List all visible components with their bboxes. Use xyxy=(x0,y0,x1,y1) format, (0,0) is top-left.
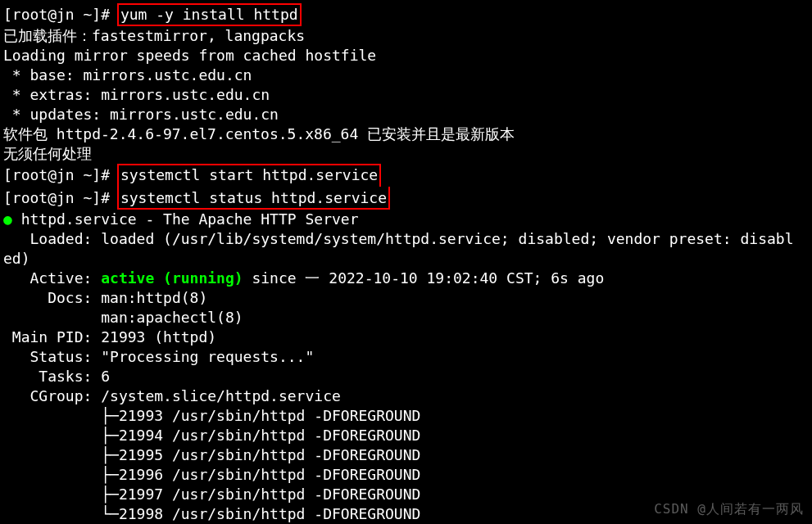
active-label: Active: xyxy=(3,269,101,287)
watermark: CSDN @人间若有一两风 xyxy=(654,499,804,519)
terminal-output: [root@jn ~]# yum -y install httpd 已加载插件：… xyxy=(0,0,812,524)
output-line: * updates: mirrors.ustc.edu.cn xyxy=(3,106,279,123)
service-title: httpd.service - The Apache HTTP Server xyxy=(12,210,359,228)
status-mainpid: Main PID: 21993 (httpd) xyxy=(3,328,216,346)
output-line: 无须任何处理 xyxy=(3,145,92,162)
cmd-systemctl-start: systemctl start httpd.service xyxy=(117,164,381,187)
cmd-yum-install: yum -y install httpd xyxy=(117,3,302,26)
prompt: [root@jn ~]# xyxy=(3,189,119,206)
output-line: 软件包 httpd-2.4.6-97.el7.centos.5.x86_64 已… xyxy=(3,125,515,142)
proc-line: ├─21997 /usr/sbin/httpd -DFOREGROUND xyxy=(3,486,420,503)
output-line: Loading mirror speeds from cached hostfi… xyxy=(3,47,376,64)
status-docs: man:apachectl(8) xyxy=(3,309,243,326)
bullet-icon: ● xyxy=(3,210,12,228)
status-docs: Docs: man:httpd(8) xyxy=(3,289,207,306)
proc-line: ├─21995 /usr/sbin/httpd -DFOREGROUND xyxy=(3,446,420,463)
status-tasks: Tasks: 6 xyxy=(3,368,110,385)
output-line: * extras: mirrors.ustc.edu.cn xyxy=(3,86,270,103)
status-line: Status: "Processing requests..." xyxy=(3,348,314,365)
proc-line: ├─21994 /usr/sbin/httpd -DFOREGROUND xyxy=(3,427,420,444)
active-rest: since 一 2022-10-10 19:02:40 CST; 6s ago xyxy=(243,269,605,287)
proc-line: └─21998 /usr/sbin/httpd -DFOREGROUND xyxy=(3,505,420,522)
proc-line: ├─21996 /usr/sbin/httpd -DFOREGROUND xyxy=(3,466,420,483)
output-line: 已加载插件：fastestmirror, langpacks xyxy=(3,27,305,44)
status-loaded: Loaded: loaded (/usr/lib/systemd/system/… xyxy=(3,230,794,267)
active-state: active (running) xyxy=(101,269,243,287)
prompt: [root@jn ~]# xyxy=(3,6,119,23)
proc-line: ├─21993 /usr/sbin/httpd -DFOREGROUND xyxy=(3,407,420,424)
prompt: [root@jn ~]# xyxy=(3,166,119,183)
output-line: * base: mirrors.ustc.edu.cn xyxy=(3,66,252,84)
cmd-systemctl-status: systemctl status httpd.service xyxy=(117,187,390,210)
status-cgroup: CGroup: /system.slice/httpd.service xyxy=(3,387,341,404)
